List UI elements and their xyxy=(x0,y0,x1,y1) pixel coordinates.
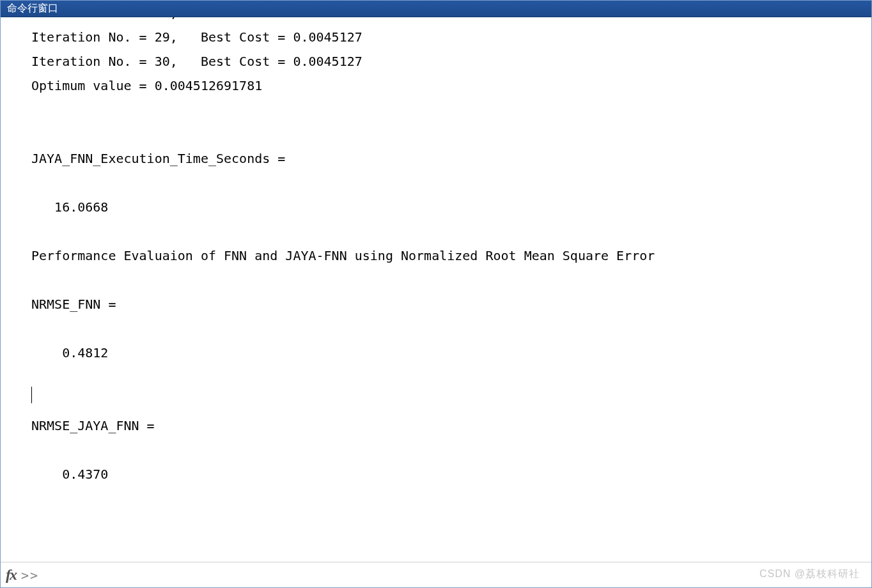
output-line: Iteration No. = 28, Best Cost = 0.004512… xyxy=(31,17,362,20)
console-output: Iteration No. = 28, Best Cost = 0.004512… xyxy=(1,17,871,486)
output-line: JAYA_FNN_Execution_Time_Seconds = xyxy=(31,151,285,166)
output-line: Iteration No. = 29, Best Cost = 0.004512… xyxy=(31,29,362,45)
console-output-area[interactable]: Iteration No. = 28, Best Cost = 0.004512… xyxy=(1,17,871,587)
output-value: 0.4370 xyxy=(31,467,108,482)
output-value: 16.0668 xyxy=(31,199,108,215)
command-prompt-row[interactable]: fx >> xyxy=(1,562,871,587)
text-cursor xyxy=(31,387,32,403)
output-line: NRMSE_FNN = xyxy=(31,297,116,312)
output-line: NRMSE_JAYA_FNN = xyxy=(31,418,155,433)
title-bar: 命令行窗口 xyxy=(1,1,871,17)
output-line: Optimum value = 0.004512691781 xyxy=(31,78,262,93)
window-title: 命令行窗口 xyxy=(7,2,58,15)
output-line: Iteration No. = 30, Best Cost = 0.004512… xyxy=(31,54,362,69)
fx-icon[interactable]: fx xyxy=(3,566,16,584)
prompt-chevrons: >> xyxy=(21,568,39,583)
output-value: 0.4812 xyxy=(31,345,108,360)
output-line: Performance Evaluaion of FNN and JAYA-FN… xyxy=(31,248,655,263)
command-window: 命令行窗口 Iteration No. = 28, Best Cost = 0.… xyxy=(0,0,872,588)
